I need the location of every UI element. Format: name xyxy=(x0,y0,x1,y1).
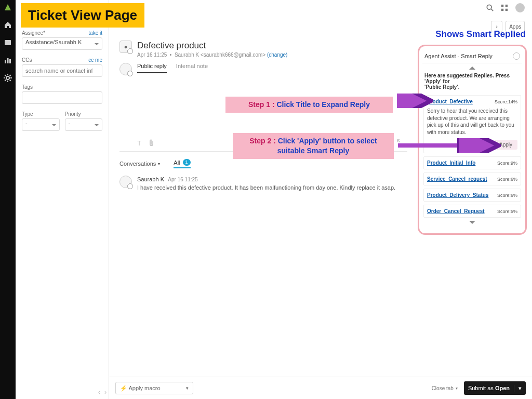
logo-icon xyxy=(4,3,12,11)
smart-reply-column: Shows Smart Replied Agent Assist - Smart… xyxy=(418,31,527,235)
chevron-right-icon[interactable]: › xyxy=(104,389,107,396)
type-label: Type xyxy=(22,111,33,117)
take-it-link[interactable]: take it xyxy=(88,30,102,36)
smart-reply-score: Score:14% xyxy=(495,99,517,104)
smart-reply-item[interactable]: Product_Delivery_Status Score:6% xyxy=(423,189,521,202)
search-icon[interactable] xyxy=(486,4,494,13)
apps-grid-icon[interactable] xyxy=(501,4,508,13)
panel-menu-icon[interactable] xyxy=(513,52,520,60)
svg-rect-1 xyxy=(5,60,6,63)
annotation-right-heading: Shows Smart Replied xyxy=(435,29,526,39)
chevron-down-icon: ▾ xyxy=(158,162,160,166)
svg-rect-7 xyxy=(501,5,503,7)
message-avatar-icon xyxy=(119,176,132,188)
lightning-icon: ⚡ xyxy=(120,385,127,391)
chevron-left-icon[interactable]: ‹ xyxy=(98,389,100,396)
text-format-icon[interactable]: T xyxy=(137,139,141,148)
reports-icon[interactable] xyxy=(4,56,12,64)
chevron-down-icon[interactable]: ▾ xyxy=(514,385,522,392)
svg-point-5 xyxy=(487,5,491,9)
conversations-dropdown[interactable]: Conversations ▾ xyxy=(119,161,160,167)
ticket-properties-sidebar: Assignee* take it Assistance/Saurabh K C… xyxy=(16,0,109,399)
svg-rect-2 xyxy=(7,58,9,63)
change-requester-link[interactable]: (change) xyxy=(267,52,287,58)
assignee-select[interactable]: Assistance/Saurabh K xyxy=(22,37,102,50)
annotation-arrow-2 xyxy=(397,138,501,153)
cc-label: CCs xyxy=(22,57,32,63)
chevron-down-icon: ▾ xyxy=(456,386,458,391)
annotation-step2: Step 2 : Click 'Apply' button to select … xyxy=(233,133,394,159)
agent-avatar-icon xyxy=(119,63,132,75)
smart-reply-body: Sorry to hear that you received this def… xyxy=(427,108,517,136)
ticket-title: Defective product xyxy=(137,41,287,51)
chevron-down-icon: ▾ xyxy=(186,385,189,391)
smart-reply-hint: Here are suggested Replies. Press 'Apply… xyxy=(422,70,522,92)
svg-rect-0 xyxy=(5,40,11,45)
smart-reply-title-link[interactable]: Product_Defective xyxy=(427,99,473,104)
ticket-meta: Apr 16 11:25 • Saurabh K <saurabhk666@gm… xyxy=(137,52,287,58)
tab-internal-note[interactable]: Internal note xyxy=(176,63,208,73)
svg-line-6 xyxy=(491,9,493,11)
priority-label: Priority xyxy=(65,111,81,117)
scroll-up-icon[interactable] xyxy=(469,63,475,70)
svg-point-11 xyxy=(515,3,525,12)
cc-input[interactable] xyxy=(22,64,102,77)
home-icon[interactable] xyxy=(4,21,12,29)
ticket-main: › Apps ● Defective product Apr 16 11:25 … xyxy=(109,0,532,399)
ticket-footer: ⚡ Apply macro ▾ Close tab ▾ Submit as Op… xyxy=(109,377,532,399)
tab-public-reply[interactable]: Public reply xyxy=(137,63,167,73)
message-time: Apr 16 11:25 xyxy=(168,177,197,182)
settings-icon[interactable] xyxy=(4,74,12,82)
message-author: Saurabh K xyxy=(137,176,164,182)
priority-select[interactable]: - xyxy=(65,118,103,131)
svg-rect-10 xyxy=(506,9,508,11)
submit-button[interactable]: Submit as Open ▾ xyxy=(464,381,526,395)
smart-reply-title: Agent Assist - Smart Reply xyxy=(424,53,493,59)
type-select[interactable]: - xyxy=(22,118,60,131)
annotation-arrow-1 xyxy=(397,94,433,108)
requester-avatar-icon: ● xyxy=(119,41,132,53)
svg-rect-9 xyxy=(501,9,503,11)
cc-me-link[interactable]: cc me xyxy=(88,57,102,63)
profile-avatar-icon[interactable] xyxy=(515,3,525,14)
tags-input[interactable] xyxy=(22,91,102,104)
smart-reply-item[interactable]: Product_Initial_Info Score:9% xyxy=(423,156,521,169)
scroll-down-icon[interactable] xyxy=(469,221,475,227)
tags-label: Tags xyxy=(22,84,33,90)
svg-rect-3 xyxy=(9,59,11,63)
sidebar-pagination[interactable]: ‹ › xyxy=(98,389,107,396)
inbox-icon[interactable] xyxy=(4,38,12,47)
assignee-label: Assignee* xyxy=(22,30,45,36)
close-tab-link[interactable]: Close tab ▾ xyxy=(432,385,458,391)
annotation-page-title: Ticket View Page xyxy=(21,3,144,28)
svg-point-4 xyxy=(6,76,9,79)
apply-macro-select[interactable]: ⚡ Apply macro ▾ xyxy=(115,382,193,394)
message-body: I have received this defective product. … xyxy=(137,184,395,191)
annotation-step1: Step 1 : Click Title to Expand Reply xyxy=(225,97,393,113)
svg-rect-8 xyxy=(506,5,508,7)
conversation-message: Saurabh K Apr 16 11:25 I have received t… xyxy=(119,176,407,191)
smart-reply-item[interactable]: Service_Cancel_request Score:6% xyxy=(423,172,521,185)
nav-rail xyxy=(0,0,16,399)
filter-all-tab[interactable]: All 1 xyxy=(174,159,190,168)
attachment-icon[interactable] xyxy=(149,139,154,148)
smart-reply-item[interactable]: Order_Cancel_Request Score:5% xyxy=(423,205,521,218)
all-count-badge: 1 xyxy=(183,159,191,166)
